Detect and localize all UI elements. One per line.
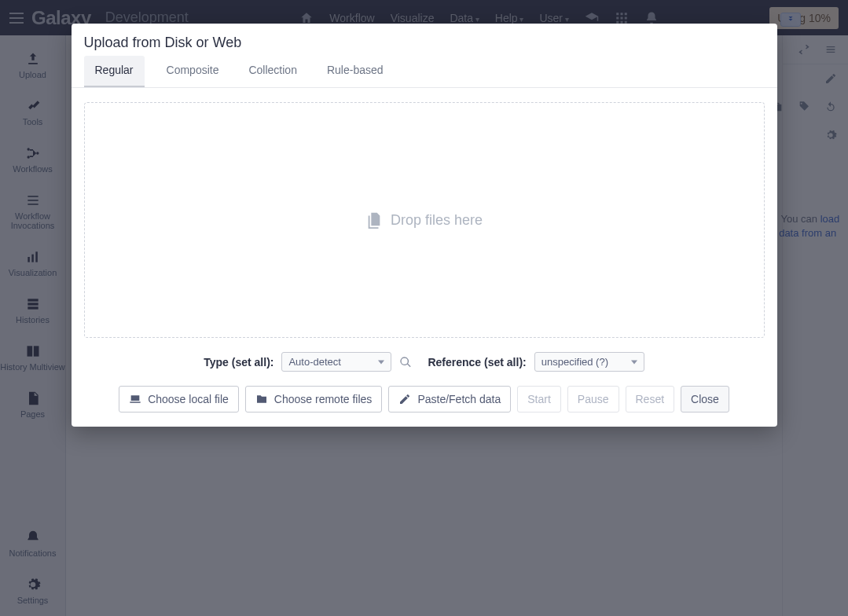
edit-icon <box>398 393 411 405</box>
tab-rule-based[interactable]: Rule-based <box>319 56 391 87</box>
choose-local-button[interactable]: Choose local file <box>119 386 239 412</box>
button-label: Pause <box>578 393 609 405</box>
type-label: Type (set all): <box>204 356 273 368</box>
reference-select[interactable]: unspecified (?) <box>534 352 644 372</box>
folder-icon <box>255 393 268 405</box>
button-label: Close <box>691 393 719 405</box>
search-type-icon[interactable] <box>399 356 412 368</box>
step-marker: 1 <box>419 298 429 320</box>
drop-text: Drop files here <box>391 212 483 229</box>
reset-button: Reset <box>626 386 675 412</box>
bulk-settings: Type (set all): Auto-detect Reference (s… <box>72 346 777 376</box>
upload-tabs: Regular Composite Collection Rule-based <box>72 56 777 88</box>
reference-label: Reference (set all): <box>428 356 526 368</box>
tab-composite[interactable]: Composite <box>159 56 227 87</box>
start-button: Start <box>517 386 561 412</box>
modal-title: Upload from Disk or Web <box>72 24 777 56</box>
modal-overlay[interactable]: Upload from Disk or Web Regular Composit… <box>0 0 848 616</box>
paste-fetch-button[interactable]: Paste/Fetch data <box>388 386 511 412</box>
laptop-icon <box>129 393 141 405</box>
modal-buttons: Choose local file Choose remote files Pa… <box>72 376 777 427</box>
tab-collection[interactable]: Collection <box>240 56 304 87</box>
upload-modal: Upload from Disk or Web Regular Composit… <box>72 24 777 427</box>
type-select-value: Auto-detect <box>288 356 341 368</box>
drop-zone[interactable]: Drop files here 1 <box>84 102 765 338</box>
reference-select-value: unspecified (?) <box>541 356 608 368</box>
choose-remote-button[interactable]: Choose remote files <box>245 386 383 412</box>
button-label: Choose local file <box>148 393 229 405</box>
tab-regular[interactable]: Regular <box>84 56 145 87</box>
button-label: Reset <box>636 393 665 405</box>
pause-button: Pause <box>567 386 619 412</box>
files-icon <box>365 211 383 229</box>
button-label: Choose remote files <box>274 393 373 405</box>
button-label: Paste/Fetch data <box>417 393 501 405</box>
type-select[interactable]: Auto-detect <box>281 352 391 372</box>
close-button[interactable]: Close <box>681 386 729 412</box>
button-label: Start <box>527 393 551 405</box>
